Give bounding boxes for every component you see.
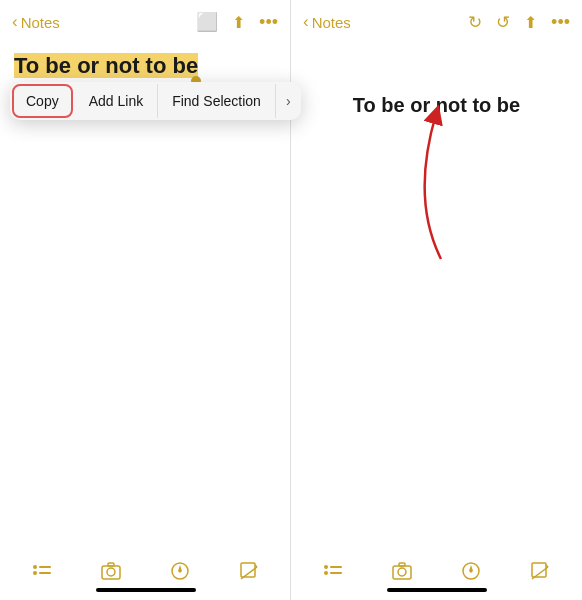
upload-icon-right[interactable]: ⬆ [524,13,537,32]
svg-point-0 [33,565,37,569]
svg-point-17 [398,568,406,576]
red-arrow-annotation [321,99,541,299]
right-panel: ‹ Notes ↻ ↺ ⬆ ••• To be or not to be [291,0,582,600]
right-bottom-toolbar [291,542,582,600]
list2-toolbar-icon[interactable] [322,560,344,582]
right-nav-bar: ‹ Notes ↻ ↺ ⬆ ••• [291,0,582,44]
svg-marker-8 [178,565,182,573]
refresh-icon-right[interactable]: ↺ [496,12,510,33]
svg-marker-20 [469,565,473,573]
note-title-left[interactable]: To be or not to be [14,53,198,78]
compass2-toolbar-icon[interactable] [460,560,482,582]
edit2-toolbar-icon[interactable] [529,560,551,582]
svg-point-12 [324,565,328,569]
copy-menu-item[interactable]: Copy [12,84,73,118]
camera-toolbar-icon[interactable] [100,560,122,582]
rotate-icon-right[interactable]: ↻ [468,12,482,33]
left-panel: ‹ Notes ⬜ ⬆ ••• To be or not to be Copy … [0,0,291,600]
left-nav-icons: ⬜ ⬆ ••• [196,11,278,33]
svg-point-2 [33,571,37,575]
left-nav-bar: ‹ Notes ⬜ ⬆ ••• [0,0,290,44]
edit-toolbar-icon[interactable] [238,560,260,582]
left-bottom-toolbar [0,542,291,600]
svg-rect-18 [399,563,405,566]
svg-rect-3 [39,572,51,574]
find-selection-menu-item[interactable]: Find Selection [158,84,276,118]
right-nav-icons: ↻ ↺ ⬆ ••• [468,12,570,33]
svg-rect-6 [108,563,114,566]
list-toolbar-icon[interactable] [31,560,53,582]
svg-rect-15 [330,572,342,574]
context-menu: Copy Add Link Find Selection › [10,82,301,120]
back-button-left[interactable]: ‹ Notes [12,12,60,32]
context-menu-more[interactable]: › [276,84,301,118]
note-title-right: To be or not to be [291,44,582,117]
chevron-left-icon: ‹ [12,12,18,32]
chevron-left-icon-right: ‹ [303,12,309,32]
note-content-left: To be or not to be [0,44,290,81]
ellipsis-icon-left[interactable]: ••• [259,12,278,33]
back-button-right[interactable]: ‹ Notes [303,12,351,32]
back-label-right: Notes [312,14,351,31]
camera2-toolbar-icon[interactable] [391,560,413,582]
add-link-menu-item[interactable]: Add Link [75,84,158,118]
compass-toolbar-icon[interactable] [169,560,191,582]
svg-point-14 [324,571,328,575]
upload-icon-left[interactable]: ⬆ [232,13,245,32]
svg-rect-13 [330,566,342,568]
note-title-wrapper: To be or not to be [14,52,198,81]
svg-point-5 [107,568,115,576]
back-label-left: Notes [21,14,60,31]
share-icon-left[interactable]: ⬜ [196,11,218,33]
ellipsis-icon-right[interactable]: ••• [551,12,570,33]
svg-rect-1 [39,566,51,568]
